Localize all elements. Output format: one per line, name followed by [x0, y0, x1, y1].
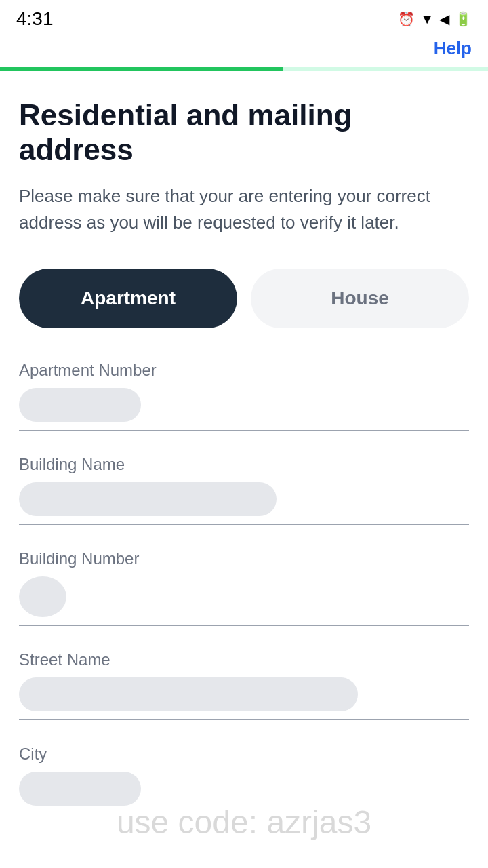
progress-bar-container	[0, 67, 488, 71]
city-input-wrapper	[19, 772, 469, 814]
building-number-field: Building Number	[19, 549, 469, 626]
building-name-field: Building Name	[19, 455, 469, 525]
city-visual[interactable]	[19, 772, 141, 806]
house-toggle-button[interactable]: House	[251, 269, 469, 328]
apartment-toggle-button[interactable]: Apartment	[19, 269, 237, 328]
status-time: 4:31	[16, 8, 54, 30]
help-button[interactable]: Help	[434, 38, 472, 59]
progress-bar-fill	[0, 67, 283, 71]
page-title: Residential and mailing address	[19, 98, 469, 167]
battery-icon: 🔋	[455, 11, 472, 27]
city-label: City	[19, 745, 469, 764]
apartment-number-label: Apartment Number	[19, 361, 469, 380]
street-name-field: Street Name	[19, 650, 469, 720]
page-description: Please make sure that your are entering …	[19, 183, 469, 236]
building-name-visual[interactable]	[19, 482, 277, 516]
apartment-number-field: Apartment Number	[19, 361, 469, 431]
alarm-icon: ⏰	[398, 11, 415, 27]
building-number-label: Building Number	[19, 549, 469, 568]
status-bar: 4:31 ⏰ ▼ ◀ 🔋	[0, 0, 488, 35]
signal-icon: ◀	[439, 11, 449, 27]
main-content: Residential and mailing address Please m…	[0, 71, 488, 859]
street-name-visual[interactable]	[19, 677, 358, 711]
apartment-number-input-wrapper	[19, 388, 469, 431]
building-number-input-wrapper	[19, 576, 469, 626]
city-field: City	[19, 745, 469, 814]
wifi-icon: ▼	[420, 12, 434, 27]
help-row: Help	[0, 35, 488, 67]
status-icons: ⏰ ▼ ◀ 🔋	[398, 11, 472, 27]
type-toggle: Apartment House	[19, 269, 469, 328]
building-name-label: Building Name	[19, 455, 469, 474]
building-number-visual[interactable]	[19, 576, 66, 617]
street-name-label: Street Name	[19, 650, 469, 669]
building-name-input-wrapper	[19, 482, 469, 525]
street-name-input-wrapper	[19, 677, 469, 720]
apartment-number-visual[interactable]	[19, 388, 141, 422]
